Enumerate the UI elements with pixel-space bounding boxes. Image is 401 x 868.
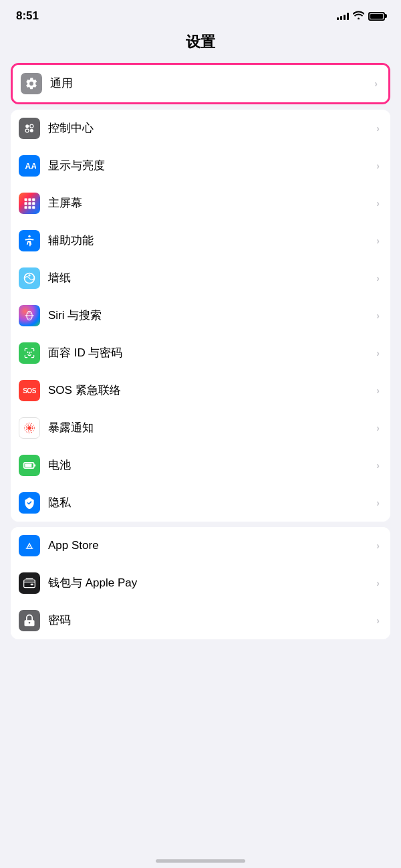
signal-icon bbox=[337, 12, 349, 20]
exposure-chevron: › bbox=[376, 423, 380, 433]
siri-chevron: › bbox=[376, 310, 380, 321]
svg-point-1 bbox=[30, 124, 33, 128]
siri-label: Siri 与搜索 bbox=[48, 308, 371, 323]
svg-rect-13 bbox=[32, 206, 35, 209]
control-center-label: 控制中心 bbox=[48, 121, 371, 136]
svg-rect-27 bbox=[24, 580, 35, 588]
control-center-chevron: › bbox=[376, 123, 380, 134]
settings-item-appstore[interactable]: App Store › bbox=[11, 527, 390, 564]
battery-settings-icon bbox=[19, 455, 40, 476]
display-label: 显示与亮度 bbox=[48, 158, 371, 173]
svg-point-3 bbox=[30, 129, 33, 132]
display-chevron: › bbox=[376, 160, 380, 171]
svg-rect-10 bbox=[32, 202, 35, 205]
privacy-label: 隐私 bbox=[48, 496, 371, 510]
control-center-icon bbox=[19, 118, 40, 139]
svg-rect-6 bbox=[28, 199, 31, 201]
accessibility-chevron: › bbox=[376, 235, 380, 246]
status-time: 8:51 bbox=[16, 9, 39, 23]
accessibility-label: 辅助功能 bbox=[48, 233, 371, 248]
home-indicator bbox=[156, 859, 245, 863]
settings-item-faceid[interactable]: 面容 ID 与密码 › bbox=[11, 334, 390, 372]
svg-rect-24 bbox=[34, 464, 36, 466]
status-bar: 8:51 bbox=[0, 0, 401, 27]
sos-label: SOS 紧急联络 bbox=[48, 383, 371, 398]
settings-item-home-screen[interactable]: 主屏幕 › bbox=[11, 185, 390, 222]
home-screen-chevron: › bbox=[376, 198, 380, 209]
privacy-icon bbox=[19, 492, 40, 514]
svg-rect-8 bbox=[25, 202, 27, 205]
wallpaper-label: 墙纸 bbox=[48, 271, 371, 286]
password-chevron: › bbox=[376, 615, 380, 626]
svg-rect-7 bbox=[32, 199, 35, 201]
svg-text:AA: AA bbox=[25, 162, 36, 171]
settings-item-privacy[interactable]: 隐私 › bbox=[11, 484, 390, 522]
svg-point-16 bbox=[28, 274, 30, 276]
password-icon bbox=[19, 610, 40, 631]
battery-label: 电池 bbox=[48, 458, 371, 473]
settings-item-sos[interactable]: SOS SOS 紧急联络 › bbox=[11, 372, 390, 409]
svg-point-20 bbox=[27, 426, 31, 430]
svg-rect-9 bbox=[28, 202, 31, 205]
svg-rect-25 bbox=[25, 464, 31, 467]
general-chevron: › bbox=[374, 78, 378, 89]
battery-icon bbox=[368, 12, 385, 21]
appstore-chevron: › bbox=[376, 540, 380, 551]
password-label: 密码 bbox=[48, 613, 371, 628]
wallet-icon bbox=[19, 572, 40, 594]
highlighted-section: 通用 › bbox=[11, 63, 390, 104]
home-screen-label: 主屏幕 bbox=[48, 196, 371, 211]
sos-chevron: › bbox=[376, 385, 380, 396]
exposure-icon bbox=[19, 417, 40, 439]
privacy-chevron: › bbox=[376, 498, 380, 508]
sos-icon: SOS bbox=[19, 380, 40, 401]
home-screen-icon bbox=[19, 193, 40, 214]
settings-item-display[interactable]: AA 显示与亮度 › bbox=[11, 147, 390, 185]
appstore-icon bbox=[19, 535, 40, 556]
settings-item-wallet[interactable]: 钱包与 Apple Pay › bbox=[11, 564, 390, 602]
wallpaper-chevron: › bbox=[376, 273, 380, 284]
wallpaper-icon bbox=[19, 267, 40, 289]
settings-item-exposure[interactable]: 暴露通知 › bbox=[11, 409, 390, 447]
general-icon bbox=[21, 73, 42, 94]
svg-rect-28 bbox=[31, 584, 33, 586]
svg-rect-5 bbox=[25, 199, 27, 201]
faceid-icon bbox=[19, 342, 40, 364]
display-icon: AA bbox=[19, 155, 40, 177]
settings-item-wallpaper[interactable]: 墙纸 › bbox=[11, 259, 390, 297]
status-icons bbox=[337, 11, 385, 21]
page-title: 设置 bbox=[186, 33, 215, 50]
wallet-chevron: › bbox=[376, 578, 380, 588]
settings-item-passwords[interactable]: 密码 › bbox=[11, 602, 390, 639]
wifi-icon bbox=[353, 11, 364, 21]
wallet-label: 钱包与 Apple Pay bbox=[48, 576, 371, 590]
svg-rect-12 bbox=[28, 206, 31, 209]
settings-item-battery[interactable]: 电池 › bbox=[11, 447, 390, 484]
svg-point-2 bbox=[25, 129, 29, 132]
accessibility-icon bbox=[19, 230, 40, 251]
svg-point-30 bbox=[29, 622, 31, 624]
svg-point-14 bbox=[28, 235, 30, 237]
battery-chevron: › bbox=[376, 460, 380, 471]
settings-item-siri[interactable]: Siri 与搜索 › bbox=[11, 297, 390, 334]
exposure-label: 暴露通知 bbox=[48, 421, 371, 435]
siri-icon bbox=[19, 305, 40, 326]
faceid-label: 面容 ID 与密码 bbox=[48, 346, 371, 360]
page-header: 设置 bbox=[0, 27, 401, 60]
svg-point-0 bbox=[25, 124, 29, 128]
settings-item-control-center[interactable]: 控制中心 › bbox=[11, 110, 390, 147]
bottom-section: App Store › 钱包与 Apple Pay › 密码 › bbox=[11, 527, 390, 639]
settings-item-general[interactable]: 通用 › bbox=[13, 65, 388, 102]
appstore-label: App Store bbox=[48, 538, 371, 553]
main-section: 控制中心 › AA 显示与亮度 › 主屏幕 › bbox=[11, 110, 390, 522]
faceid-chevron: › bbox=[376, 348, 380, 358]
settings-item-accessibility[interactable]: 辅助功能 › bbox=[11, 222, 390, 259]
general-label: 通用 bbox=[50, 76, 369, 91]
svg-rect-11 bbox=[25, 206, 27, 209]
